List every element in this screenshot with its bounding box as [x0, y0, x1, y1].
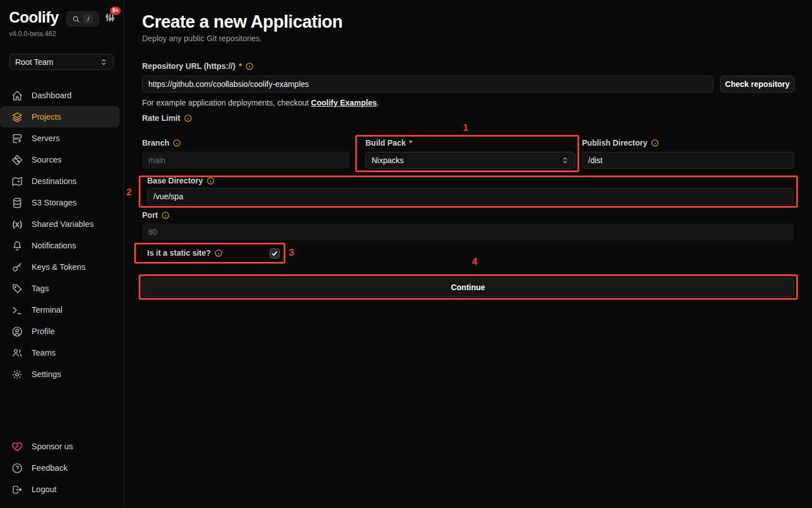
sidebar-item-logout[interactable]: Logout: [0, 479, 120, 500]
annotation-label-3: 3: [289, 247, 294, 259]
info-icon: [161, 211, 170, 220]
server-icon: [11, 133, 23, 144]
publish-directory-label: Publish Directory: [582, 138, 659, 147]
main-content: Create a new Application Deploy any publ…: [124, 0, 812, 508]
logout-icon: [11, 484, 23, 496]
annotation-label-2: 2: [126, 187, 131, 198]
chevron-updown-icon: [100, 58, 108, 66]
required-asterisk: *: [409, 138, 412, 147]
notification-badge: 9+: [110, 7, 121, 15]
user-icon: [11, 326, 23, 338]
sidebar-item-label: Logout: [32, 485, 56, 494]
coolify-examples-link[interactable]: Coolify Examples: [311, 98, 377, 107]
rate-limit-label: Rate Limit: [142, 113, 192, 122]
sidebar-item-label: Feedback: [32, 463, 68, 472]
sidebar-item-notifications[interactable]: Notifications: [0, 235, 120, 256]
sidebar-item-label: Notifications: [32, 241, 76, 250]
terminal-icon: [11, 304, 23, 316]
base-directory-input[interactable]: [147, 188, 793, 205]
tag-icon: [11, 283, 23, 295]
sidebar-item-shared-variables[interactable]: (x) Shared Variables: [0, 213, 120, 235]
annotation-label-4: 4: [472, 256, 477, 268]
check-icon: [271, 250, 278, 257]
sidebar-item-teams[interactable]: Teams: [0, 342, 120, 364]
sidebar-item-s3-storages[interactable]: S3 Storages: [0, 192, 120, 213]
team-selector[interactable]: Root Team: [9, 54, 114, 70]
build-pack-value: Nixpacks: [372, 156, 561, 165]
base-directory-label: Base Directory: [147, 176, 215, 185]
sidebar-item-label: Settings: [32, 370, 61, 379]
sidebar-item-label: Dashboard: [32, 91, 72, 100]
sidebar-item-label: Terminal: [32, 305, 63, 314]
sidebar-item-label: Tags: [32, 284, 49, 293]
repository-url-label: Repository URL (https://) *: [142, 62, 254, 71]
port-input[interactable]: [142, 224, 794, 240]
port-label: Port: [142, 211, 170, 220]
build-pack-select[interactable]: Nixpacks: [365, 152, 575, 169]
sidebar-nav: Dashboard Projects Servers Sources Desti…: [0, 85, 124, 385]
info-icon: [173, 139, 181, 147]
variables-icon: (x): [11, 220, 23, 229]
sidebar-item-sources[interactable]: Sources: [0, 149, 120, 170]
page-title: Create a new Application: [142, 12, 343, 32]
annotation-label-1: 1: [463, 122, 468, 134]
app-logo: Coolify: [9, 9, 59, 27]
sidebar-footer: Sponsor us Feedback Logout: [0, 436, 124, 500]
check-repository-button[interactable]: Check repository: [720, 76, 795, 93]
sidebar-item-label: S3 Storages: [32, 198, 77, 207]
sidebar-item-projects[interactable]: Projects: [0, 106, 120, 128]
sidebar-item-profile[interactable]: Profile: [0, 321, 120, 342]
sidebar-item-label: Servers: [32, 134, 60, 143]
sidebar-item-settings[interactable]: Settings: [0, 364, 120, 385]
sidebar-item-sponsor[interactable]: Sponsor us: [0, 436, 120, 457]
sidebar-item-feedback[interactable]: Feedback: [0, 457, 120, 479]
info-icon: [651, 139, 659, 147]
chevron-updown-icon: [561, 156, 569, 164]
sidebar: Coolify v4.0.0-beta.462 / 9+ Root Team D…: [0, 0, 124, 508]
info-icon: [214, 249, 223, 257]
database-icon: [11, 197, 23, 209]
heart-icon: [11, 441, 23, 453]
sidebar-item-label: Sponsor us: [32, 442, 73, 451]
sidebar-item-tags[interactable]: Tags: [0, 278, 120, 299]
sidebar-item-servers[interactable]: Servers: [0, 128, 120, 149]
key-icon: [11, 261, 23, 273]
question-icon: [11, 462, 23, 474]
branch-input[interactable]: [142, 152, 350, 169]
notifications-filter-button[interactable]: 9+: [104, 12, 118, 25]
sidebar-item-label: Keys & Tokens: [32, 262, 86, 271]
search-icon: [72, 15, 80, 23]
repository-url-input[interactable]: [142, 76, 713, 93]
users-icon: [11, 347, 23, 359]
bell-icon: [11, 240, 23, 252]
info-icon: [245, 62, 254, 71]
app-version: v4.0.0-beta.462: [9, 30, 56, 38]
publish-directory-input[interactable]: [582, 152, 794, 169]
git-source-icon: [11, 154, 23, 166]
layers-icon: [11, 111, 23, 123]
continue-button[interactable]: Continue: [142, 278, 794, 297]
sidebar-item-label: Projects: [32, 112, 61, 121]
map-icon: [11, 176, 23, 187]
sidebar-item-label: Shared Variables: [32, 220, 94, 229]
sidebar-item-keys-tokens[interactable]: Keys & Tokens: [0, 256, 120, 278]
search-hotkey: /: [83, 14, 93, 24]
gear-icon: [11, 369, 23, 380]
static-site-label: Is it a static site?: [147, 248, 223, 257]
coolify-app: Coolify v4.0.0-beta.462 / 9+ Root Team D…: [0, 0, 812, 508]
static-site-checkbox[interactable]: [270, 248, 280, 259]
page-subtitle: Deploy any public Git repositories.: [142, 34, 262, 43]
sidebar-item-label: Destinations: [32, 177, 77, 186]
required-asterisk: *: [239, 62, 241, 71]
home-icon: [11, 90, 23, 102]
search-button[interactable]: /: [66, 11, 99, 27]
sidebar-item-dashboard[interactable]: Dashboard: [0, 85, 120, 106]
sidebar-item-destinations[interactable]: Destinations: [0, 170, 120, 192]
build-pack-label: Build Pack *: [365, 138, 412, 147]
info-icon: [184, 114, 192, 122]
info-icon: [206, 177, 215, 185]
sidebar-item-terminal[interactable]: Terminal: [0, 299, 120, 321]
branch-label: Branch: [142, 138, 181, 147]
sidebar-item-label: Profile: [32, 327, 55, 336]
sidebar-item-label: Teams: [32, 348, 56, 357]
